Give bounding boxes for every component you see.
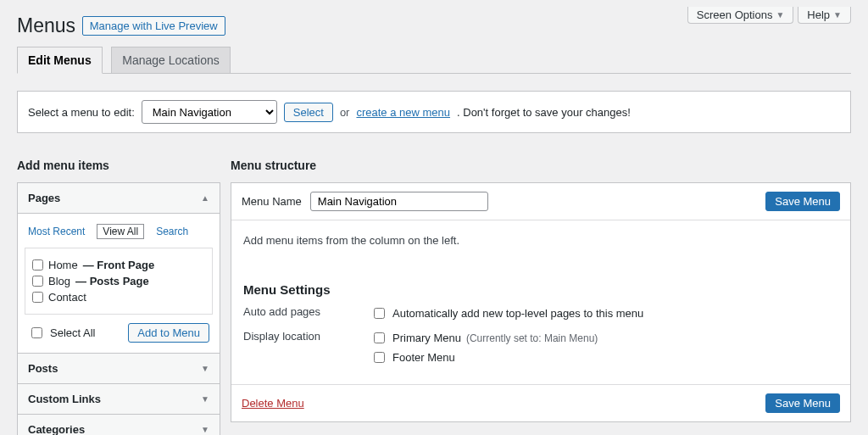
accordion-pages-header[interactable]: Pages ▲ — [18, 183, 220, 214]
location-primary-checkbox[interactable] — [374, 332, 385, 343]
menu-structure-heading: Menu structure — [231, 159, 851, 172]
save-menu-button-bottom[interactable]: Save Menu — [765, 393, 840, 413]
list-item: Home — Front Page — [32, 257, 205, 273]
create-menu-link[interactable]: create a new menu — [356, 106, 450, 119]
accordion-custom-links-header[interactable]: Custom Links ▼ — [18, 384, 220, 415]
instructions-text: Add menu items from the column on the le… — [243, 234, 838, 247]
location-primary-label: Primary Menu — [392, 332, 461, 344]
pages-tab-all[interactable]: View All — [97, 224, 144, 239]
page-label: Home — [48, 259, 78, 271]
location-footer-checkbox[interactable] — [374, 352, 385, 363]
page-label: Contact — [48, 291, 86, 304]
screen-options-button[interactable]: Screen Options ▼ — [687, 7, 794, 24]
caret-down-icon: ▼ — [201, 425, 209, 434]
display-location-label: Display location — [243, 330, 370, 369]
page-suffix: — Posts Page — [75, 275, 149, 287]
page-checkbox-home[interactable] — [32, 259, 43, 270]
page-title: Menus — [17, 7, 75, 41]
page-label: Blog — [48, 275, 70, 287]
accordion-custom-links-title: Custom Links — [28, 393, 101, 405]
pages-tab-recent[interactable]: Most Recent — [28, 226, 85, 237]
caret-down-icon: ▼ — [201, 394, 209, 404]
list-item: Contact — [32, 289, 205, 305]
accordion-categories-title: Categories — [28, 423, 85, 435]
caret-down-icon: ▼ — [201, 364, 209, 373]
screen-options-label: Screen Options — [697, 8, 773, 21]
accordion-posts-title: Posts — [28, 362, 58, 375]
select-menu-label: Select a menu to edit: — [28, 106, 135, 119]
accordion-pages-title: Pages — [28, 192, 60, 204]
tab-edit-menus[interactable]: Edit Menus — [17, 47, 103, 74]
help-label: Help — [807, 8, 830, 21]
page-checkbox-blog[interactable] — [32, 276, 43, 287]
select-all-label: Select All — [50, 326, 95, 339]
select-all-checkbox[interactable] — [31, 327, 42, 338]
page-checkbox-contact[interactable] — [32, 292, 43, 303]
add-to-menu-button[interactable]: Add to Menu — [128, 323, 209, 343]
menu-name-label: Menu Name — [242, 195, 302, 208]
live-preview-button[interactable]: Manage with Live Preview — [82, 16, 225, 36]
save-menu-button-top[interactable]: Save Menu — [765, 192, 840, 211]
help-button[interactable]: Help ▼ — [798, 7, 851, 24]
page-suffix: — Front Page — [83, 259, 155, 271]
select-button[interactable]: Select — [284, 103, 333, 122]
caret-up-icon: ▲ — [201, 193, 209, 203]
list-item: Blog — Posts Page — [32, 273, 205, 289]
add-items-heading: Add menu items — [17, 159, 220, 172]
delete-menu-link[interactable]: Delete Menu — [242, 397, 304, 410]
location-footer-label: Footer Menu — [392, 351, 455, 364]
menu-name-input[interactable] — [310, 192, 488, 211]
auto-add-text: Automatically add new top-level pages to… — [392, 307, 643, 320]
accordion-posts-header[interactable]: Posts ▼ — [18, 354, 220, 384]
or-text: or — [340, 106, 350, 119]
accordion-categories-header[interactable]: Categories ▼ — [18, 415, 220, 435]
auto-add-checkbox[interactable] — [374, 308, 385, 319]
caret-down-icon: ▼ — [776, 10, 784, 20]
location-primary-note: (Currently set to: Main Menu) — [466, 332, 598, 344]
auto-add-label: Auto add pages — [243, 305, 370, 325]
caret-down-icon: ▼ — [833, 10, 842, 20]
select-all-wrapper[interactable]: Select All — [28, 325, 95, 341]
pages-tab-search[interactable]: Search — [156, 226, 188, 237]
tab-manage-locations[interactable]: Manage Locations — [111, 47, 230, 73]
menu-settings-heading: Menu Settings — [243, 272, 838, 297]
reminder-text: . Don't forget to save your changes! — [457, 106, 631, 119]
menu-select[interactable]: Main Navigation — [142, 100, 277, 124]
